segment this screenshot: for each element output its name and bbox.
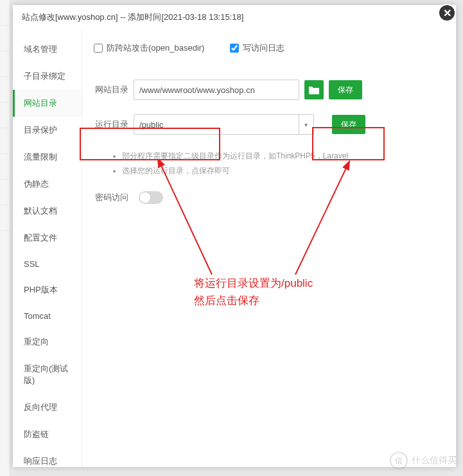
sidebar-item-redirect-beta[interactable]: 重定向(测试版) bbox=[13, 355, 82, 394]
access-log-checkbox[interactable] bbox=[230, 44, 239, 53]
sidebar-item-subdir[interactable]: 子目录绑定 bbox=[13, 63, 82, 90]
sidebar-item-defaultdoc[interactable]: 默认文档 bbox=[13, 198, 82, 225]
watermark-icon: 值 bbox=[390, 452, 408, 470]
sidebar-item-label: 域名管理 bbox=[24, 44, 57, 54]
site-dir-input[interactable] bbox=[134, 80, 299, 100]
password-toggle[interactable] bbox=[139, 191, 163, 204]
run-dir-label: 运行目录 bbox=[94, 119, 134, 130]
site-dir-row: 网站目录 保存 bbox=[94, 80, 444, 100]
site-dir-label: 网站目录 bbox=[94, 84, 134, 96]
modal-title: 站点修改[www.yoshop.cn] -- 添加时间[2021-03-18 1… bbox=[13, 5, 456, 30]
sidebar-item-label: 反向代理 bbox=[24, 402, 57, 412]
folder-icon[interactable] bbox=[304, 80, 324, 99]
save-site-dir-button[interactable]: 保存 bbox=[329, 80, 362, 99]
sidebar-item-label: PHP版本 bbox=[24, 285, 58, 294]
hint-line: 部分程序需要指定二级目录作为运行目录，如ThinkPHP5，Laravel bbox=[122, 149, 444, 164]
sidebar-item-label: 默认文档 bbox=[24, 206, 57, 216]
sidebar-item-proxy[interactable]: 反向代理 bbox=[13, 394, 82, 421]
sidebar-item-hotlink[interactable]: 防盗链 bbox=[13, 421, 82, 448]
access-log-wrap[interactable]: 写访问日志 bbox=[230, 42, 284, 54]
run-dir-input[interactable] bbox=[134, 114, 299, 135]
watermark: 值 什么值得买 bbox=[390, 452, 457, 470]
annotation-line: 然后点击保存 bbox=[194, 292, 313, 309]
background-left-strip bbox=[0, 0, 10, 476]
sidebar-item-label: 响应日志 bbox=[24, 456, 57, 466]
sidebar-item-rewrite[interactable]: 伪静态 bbox=[13, 171, 82, 198]
sidebar-item-ssl[interactable]: SSL bbox=[13, 251, 82, 276]
sidebar-item-responselog[interactable]: 响应日志 bbox=[13, 448, 82, 475]
sidebar-item-domain[interactable]: 域名管理 bbox=[13, 36, 82, 63]
chevron-down-icon[interactable]: ▾ bbox=[299, 114, 314, 135]
sidebar-item-label: 重定向(测试版) bbox=[24, 364, 68, 385]
sidebar-item-label: 流量限制 bbox=[24, 152, 57, 162]
open-basedir-wrap[interactable]: 防跨站攻击(open_basedir) bbox=[94, 42, 204, 54]
sidebar-item-dirprotect[interactable]: 目录保护 bbox=[13, 117, 82, 144]
sidebar: 域名管理 子目录绑定 网站目录 目录保护 流量限制 伪静态 默认文档 配置文件 … bbox=[13, 30, 82, 467]
password-label: 密码访问 bbox=[94, 192, 134, 203]
sidebar-item-label: 配置文件 bbox=[24, 233, 57, 242]
sidebar-item-label: 防盗链 bbox=[24, 429, 49, 439]
access-log-label: 写访问日志 bbox=[243, 42, 284, 54]
sidebar-item-redirect[interactable]: 重定向 bbox=[13, 328, 82, 355]
modal-body: 域名管理 子目录绑定 网站目录 目录保护 流量限制 伪静态 默认文档 配置文件 … bbox=[13, 30, 456, 467]
sidebar-item-label: Tomcat bbox=[24, 311, 51, 321]
sidebar-item-label: 网站目录 bbox=[24, 98, 57, 108]
sidebar-item-label: SSL bbox=[24, 259, 40, 269]
sidebar-item-sitedir[interactable]: 网站目录 bbox=[13, 90, 82, 117]
watermark-text: 什么值得买 bbox=[412, 455, 457, 466]
sidebar-item-label: 伪静态 bbox=[24, 179, 49, 189]
sidebar-item-php[interactable]: PHP版本 bbox=[13, 276, 82, 303]
open-basedir-checkbox[interactable] bbox=[94, 44, 103, 53]
hints: 部分程序需要指定二级目录作为运行目录，如ThinkPHP5，Laravel 选择… bbox=[113, 149, 444, 178]
run-dir-row: 运行目录 ▾ 保存 bbox=[94, 114, 444, 135]
sidebar-item-traffic[interactable]: 流量限制 bbox=[13, 144, 82, 171]
password-row: 密码访问 bbox=[94, 191, 444, 204]
save-run-dir-button[interactable]: 保存 bbox=[332, 115, 365, 134]
sidebar-item-config[interactable]: 配置文件 bbox=[13, 225, 82, 251]
sidebar-item-label: 子目录绑定 bbox=[24, 71, 66, 81]
site-edit-modal: ✕ 站点修改[www.yoshop.cn] -- 添加时间[2021-03-18… bbox=[13, 5, 456, 467]
annotation-text: 将运行目录设置为/public 然后点击保存 bbox=[194, 275, 313, 309]
sidebar-item-tomcat[interactable]: Tomcat bbox=[13, 303, 82, 328]
annotation-line: 将运行目录设置为/public bbox=[194, 275, 313, 292]
checkbox-row: 防跨站攻击(open_basedir) 写访问日志 bbox=[94, 42, 444, 54]
open-basedir-label: 防跨站攻击(open_basedir) bbox=[107, 42, 204, 54]
close-icon[interactable]: ✕ bbox=[438, 4, 456, 22]
content-panel: 防跨站攻击(open_basedir) 写访问日志 网站目录 保存 运行目录 ▾ bbox=[82, 30, 456, 467]
hint-line: 选择您的运行目录，点保存即可 bbox=[122, 164, 444, 178]
sidebar-item-label: 目录保护 bbox=[24, 125, 57, 135]
sidebar-item-label: 重定向 bbox=[24, 337, 49, 346]
